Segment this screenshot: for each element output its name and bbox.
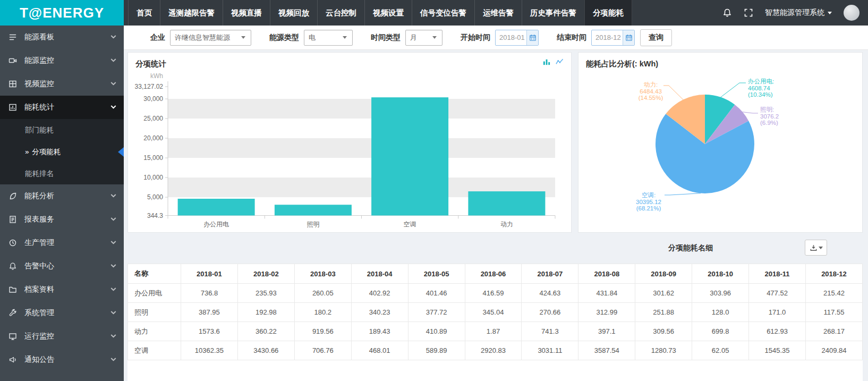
month-column-header: 2018-11	[749, 264, 806, 284]
topnav: 首页遥测越限告警视频直播视频回放云台控制视频设置信号变位告警运维告警历史事件告警…	[128, 0, 632, 26]
name-column-header: 名称	[128, 264, 181, 284]
pie-panel-title: 能耗占比分析(: kWh)	[578, 53, 862, 69]
svg-text:344.3: 344.3	[147, 212, 163, 219]
download-icon	[810, 244, 818, 252]
sidebar-item[interactable]: 视频监控	[0, 72, 124, 96]
value-cell: 387.95	[181, 303, 238, 322]
system-menu[interactable]: 智慧能源管理系统	[765, 8, 832, 18]
submenu-item[interactable]: 能耗排名	[0, 163, 124, 184]
line-chart-toggle-icon[interactable]	[556, 58, 564, 66]
value-cell: 3430.66	[237, 341, 294, 360]
sidebar-item[interactable]: 告警中心	[0, 255, 124, 278]
table-row: 照明387.95192.98180.2340.23377.72345.04270…	[128, 303, 863, 322]
topnav-item[interactable]: 视频设置	[364, 0, 412, 26]
month-column-header: 2018-10	[692, 264, 749, 284]
svg-text:20,000: 20,000	[143, 134, 163, 142]
svg-text:办公用电: 办公用电	[203, 221, 229, 228]
value-cell: 919.56	[294, 322, 351, 341]
topnav-item[interactable]: 分项能耗	[584, 0, 632, 26]
fullscreen-icon[interactable]	[744, 8, 753, 18]
value-cell: 340.23	[351, 303, 408, 322]
value-cell: 3031.11	[522, 341, 578, 360]
value-cell: 301.62	[635, 284, 692, 303]
value-cell: 2409.84	[805, 341, 862, 360]
value-cell: 410.89	[408, 322, 465, 341]
table-title: 分项能耗名细	[668, 243, 713, 253]
sidebar-item[interactable]: 能源监控	[0, 49, 124, 72]
start-date-input[interactable]: 2018-01	[495, 30, 539, 46]
chevron-down-icon	[111, 33, 116, 38]
value-cell: 312.99	[578, 303, 635, 322]
sidebar-item-label: 生产管理	[24, 238, 54, 248]
sidebar-item[interactable]: 生产管理	[0, 231, 124, 255]
topnav-item[interactable]: 运维告警	[474, 0, 522, 26]
value-cell: 180.2	[294, 303, 351, 322]
value-cell: 1280.73	[635, 341, 692, 360]
value-cell: 397.1	[578, 322, 635, 341]
sidebar-item[interactable]: 通知公告	[0, 348, 124, 371]
value-cell: 117.55	[805, 303, 862, 322]
company-select-value: 许继信息智慧能源	[175, 33, 230, 43]
time-type-select-value: 月	[410, 33, 417, 43]
analysis-icon	[8, 192, 18, 200]
filter-bar: 企业 许继信息智慧能源 能源类型 电 时间类型 月 开始时间 2018-01 结…	[124, 26, 868, 50]
topnav-item[interactable]: 遥测越限告警	[160, 0, 223, 26]
topnav-item[interactable]: 信号变位告警	[412, 0, 474, 26]
notifications-bell-icon[interactable]	[722, 8, 732, 18]
topnav-item[interactable]: 视频直播	[223, 0, 270, 26]
caret-down-icon	[819, 247, 823, 249]
submenu: 部门能耗» 分项能耗能耗排名	[0, 119, 124, 184]
submenu-item-label: 能耗排名	[25, 170, 54, 177]
value-cell: 3587.54	[578, 341, 635, 360]
avatar[interactable]	[844, 5, 860, 21]
topnav-item[interactable]: 历史事件告警	[522, 0, 584, 26]
value-cell: 171.0	[749, 303, 806, 322]
time-type-select[interactable]: 月	[405, 30, 442, 46]
sidebar-item[interactable]: 能耗分析	[0, 184, 124, 208]
topnav-item[interactable]: 云台控制	[317, 0, 364, 26]
svg-text:5,000: 5,000	[147, 193, 163, 201]
svg-text:25,000: 25,000	[143, 115, 163, 122]
row-name-cell: 空调	[128, 341, 181, 360]
export-button[interactable]	[805, 240, 827, 256]
sidebar-item[interactable]: 能源看板	[0, 26, 124, 49]
video-grid-icon	[8, 80, 18, 88]
start-date-label: 开始时间	[461, 33, 490, 43]
month-column-header: 2018-06	[465, 264, 522, 284]
sidebar-item[interactable]: 系统管理	[0, 301, 124, 325]
sidebar-item[interactable]: 运行监控	[0, 325, 124, 348]
svg-text:动力: 动力	[500, 221, 513, 228]
value-cell: 706.76	[294, 341, 351, 360]
table-body: 办公用电736.8235.93260.05402.92401.46416.594…	[128, 284, 863, 360]
clock-icon	[8, 239, 18, 247]
submenu-item[interactable]: » 分项能耗	[0, 141, 124, 163]
bar-chart-toggle-icon[interactable]	[543, 58, 551, 66]
end-date-input[interactable]: 2018-12	[591, 30, 635, 46]
end-date-value: 2018-12	[592, 33, 623, 41]
sidebar-item[interactable]: 报表服务	[0, 208, 124, 231]
energy-type-select[interactable]: 电	[304, 30, 353, 46]
submenu-item[interactable]: 部门能耗	[0, 119, 124, 141]
chevron-down-icon	[111, 285, 116, 291]
value-cell: 268.17	[805, 322, 862, 341]
month-column-header: 2018-03	[294, 264, 351, 284]
bell-icon	[8, 262, 18, 270]
chevron-down-icon	[111, 192, 116, 197]
topnav-item[interactable]: 首页	[128, 0, 160, 26]
table-row: 空调10362.353430.66706.76468.01589.892920.…	[128, 341, 863, 360]
query-button[interactable]: 查询	[640, 29, 672, 46]
value-cell: 589.89	[408, 341, 465, 360]
selected-prefix: »	[25, 148, 31, 156]
camera-icon	[8, 56, 18, 65]
sidebar-item[interactable]: 档案资料	[0, 278, 124, 301]
table-row: 办公用电736.8235.93260.05402.92401.46416.594…	[128, 284, 863, 303]
value-cell: 1.87	[465, 322, 522, 341]
company-select[interactable]: 许继信息智慧能源	[170, 30, 251, 46]
value-cell: 251.88	[635, 303, 692, 322]
svg-text:30,000: 30,000	[143, 95, 163, 103]
sidebar-item[interactable]: 能耗统计	[0, 96, 124, 119]
topnav-item[interactable]: 视频回放	[270, 0, 317, 26]
chevron-down-icon	[111, 355, 116, 361]
sidebar-item-label: 视频监控	[24, 79, 54, 89]
bar-chart: 344.35,00010,00015,00020,00025,00030,000…	[128, 53, 571, 232]
